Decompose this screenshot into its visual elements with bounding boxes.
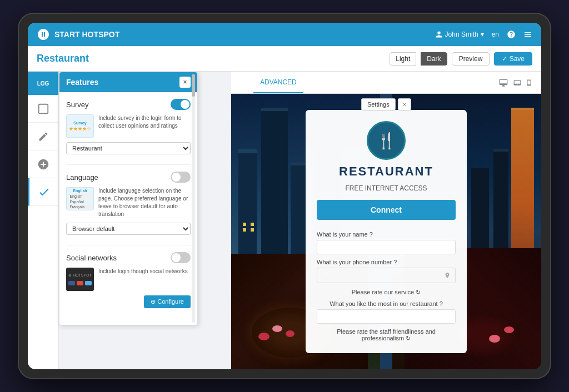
preview-tabs: ADVANCED bbox=[231, 72, 541, 94]
language-toggle[interactable] bbox=[171, 172, 191, 183]
features-close-button[interactable]: × bbox=[179, 77, 191, 88]
add-icon bbox=[37, 158, 49, 170]
top-nav: START HOTSPOT John Smith ▾ en bbox=[28, 23, 541, 46]
survey-row: Survey bbox=[66, 99, 191, 110]
divider-2 bbox=[66, 245, 191, 245]
social-actions: ⊕ Configure bbox=[66, 295, 191, 308]
save-button[interactable]: ✓ Save bbox=[494, 52, 532, 66]
sidebar-tab-add[interactable] bbox=[28, 150, 58, 178]
portal-preview: Settings × 🍴 RESTAURANT FREE INTERNET AC… bbox=[231, 94, 541, 369]
twitter-btn bbox=[85, 281, 92, 285]
survey-desc-box: Survey ★★★★☆ Include survey in the login… bbox=[66, 114, 191, 138]
app-logo: START HOTSPOT bbox=[37, 28, 119, 41]
page-title: Restaurant bbox=[37, 53, 89, 64]
survey-desc: Include survey in the login form to coll… bbox=[98, 114, 191, 138]
logo-icon bbox=[37, 28, 50, 41]
tab-log-label: LOG bbox=[37, 81, 49, 87]
phone-flag-icon bbox=[444, 272, 451, 279]
name-label: What is your name ? bbox=[317, 231, 456, 238]
scroll-thumb bbox=[192, 74, 195, 97]
user-menu[interactable]: John Smith ▾ bbox=[435, 31, 484, 38]
portal-subtitle: FREE INTERNET ACCESS bbox=[317, 184, 456, 192]
features-panel: Features × Survey Survey ★★★★☆ bbox=[59, 72, 198, 325]
nav-right: John Smith ▾ en bbox=[435, 30, 532, 39]
sidebar-tab-check[interactable] bbox=[28, 178, 58, 206]
portal-content: 🍴 RESTAURANT FREE INTERNET ACCESS Connec… bbox=[306, 110, 467, 353]
like-input[interactable] bbox=[317, 309, 456, 324]
staff-label: Please rate the staff friendliness and p… bbox=[317, 328, 456, 342]
social-btn-row bbox=[68, 281, 92, 285]
main-header: Restaurant Light Dark Preview ✓ Save bbox=[28, 46, 541, 72]
social-toggle[interactable] bbox=[171, 252, 191, 263]
language-section: Language English English Español Françai… bbox=[66, 172, 191, 235]
divider-1 bbox=[66, 164, 191, 165]
header-actions: Light Dark Preview ✓ Save bbox=[390, 52, 532, 66]
survey-section: Survey Survey ★★★★☆ Include survey in th… bbox=[66, 99, 191, 154]
device-screen: START HOTSPOT John Smith ▾ en bbox=[28, 23, 541, 369]
sidebar-tab-square[interactable] bbox=[28, 95, 58, 123]
portal-bg: Settings × 🍴 RESTAURANT FREE INTERNET AC… bbox=[231, 94, 541, 369]
configure-button[interactable]: ⊕ Configure bbox=[144, 295, 191, 308]
settings-close-button[interactable]: × bbox=[398, 98, 411, 110]
desktop-icon[interactable] bbox=[498, 78, 509, 87]
sidebar-tab-edit[interactable] bbox=[28, 123, 58, 150]
user-name: John Smith bbox=[445, 31, 478, 38]
content-area: LOG bbox=[28, 72, 541, 369]
fb-btn bbox=[68, 281, 75, 285]
check-icon bbox=[38, 186, 50, 198]
phone-label: What is your phone number ? bbox=[317, 259, 456, 265]
features-header: Features × bbox=[59, 72, 197, 92]
social-section: Social networks ⊕ HOTSPOT bbox=[66, 252, 191, 308]
menu-icon[interactable] bbox=[523, 30, 532, 39]
features-title: Features bbox=[66, 78, 98, 87]
social-desc: Include login though social networks bbox=[98, 268, 188, 291]
portal-logo-icon: 🍴 bbox=[377, 132, 396, 150]
survey-preview: Survey ★★★★☆ bbox=[66, 114, 94, 138]
device-icons bbox=[498, 78, 532, 87]
language-desc: Include language selection on the page. … bbox=[98, 187, 191, 218]
device-frame: START HOTSPOT John Smith ▾ en bbox=[18, 13, 551, 379]
survey-label: Survey bbox=[66, 100, 88, 109]
portal-title: RESTAURANT bbox=[317, 164, 456, 179]
square-icon bbox=[37, 103, 49, 115]
tablet-icon[interactable] bbox=[513, 78, 521, 87]
language-preview: English English Español Français bbox=[66, 187, 94, 210]
survey-select[interactable]: Restaurant Hotel Cafe bbox=[66, 142, 191, 154]
settings-bar: Settings × bbox=[361, 98, 411, 110]
tab-advanced[interactable]: ADVANCED bbox=[253, 72, 303, 93]
help-icon[interactable] bbox=[507, 30, 516, 39]
svg-rect-0 bbox=[38, 104, 48, 113]
lang-selector[interactable]: en bbox=[492, 31, 499, 38]
sidebar-tab-log[interactable]: LOG bbox=[28, 72, 58, 95]
preview-stars: ★★★★☆ bbox=[69, 126, 91, 132]
features-scroll[interactable]: Survey Survey ★★★★☆ Include survey in th… bbox=[59, 92, 197, 325]
edit-icon bbox=[38, 131, 49, 142]
like-label: What you like the most in our restaurant… bbox=[317, 300, 456, 307]
app-name: START HOTSPOT bbox=[54, 30, 119, 39]
tab-login[interactable] bbox=[240, 72, 253, 93]
language-label: Language bbox=[66, 173, 98, 182]
google-btn bbox=[77, 281, 83, 285]
social-label: Social networks bbox=[66, 254, 117, 262]
dark-mode-button[interactable]: Dark bbox=[421, 52, 447, 66]
language-select[interactable]: Browser default English Spanish bbox=[66, 223, 191, 235]
portal-logo: 🍴 bbox=[367, 121, 406, 160]
social-row: Social networks bbox=[66, 252, 191, 263]
social-desc-box: ⊕ HOTSPOT Include login though social ne… bbox=[66, 268, 191, 291]
survey-toggle[interactable] bbox=[171, 99, 191, 110]
connect-button[interactable]: Connect bbox=[317, 200, 456, 220]
language-desc-box: English English Español Français Include… bbox=[66, 187, 191, 218]
sidebar-tabs: LOG bbox=[28, 72, 59, 369]
phone-input[interactable] bbox=[317, 268, 456, 283]
settings-button[interactable]: Settings bbox=[361, 98, 396, 110]
preview-area: ADVANCED bbox=[231, 72, 541, 369]
social-preview: ⊕ HOTSPOT bbox=[66, 268, 94, 291]
scroll-indicator[interactable] bbox=[192, 74, 195, 323]
preview-button[interactable]: Preview bbox=[452, 52, 490, 66]
light-mode-button[interactable]: Light bbox=[390, 52, 416, 66]
rating-label: Please rate our service ↻ bbox=[317, 289, 456, 296]
user-icon bbox=[435, 31, 443, 38]
language-row: Language bbox=[66, 172, 191, 183]
phone-icon[interactable] bbox=[526, 78, 532, 87]
name-input[interactable] bbox=[317, 240, 456, 254]
